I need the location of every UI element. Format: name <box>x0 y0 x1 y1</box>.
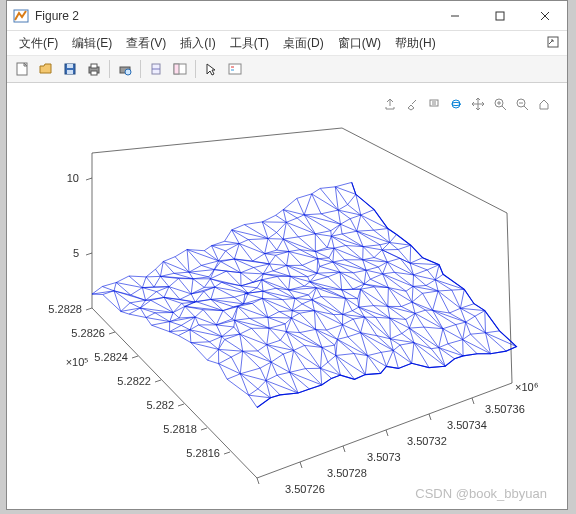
svg-rect-22 <box>430 100 438 106</box>
svg-line-46 <box>178 404 184 406</box>
x-multiplier: ×10⁶ <box>515 381 539 393</box>
y-tick: 5.2824 <box>94 351 128 363</box>
watermark: CSDN @book_bbyuan <box>415 486 547 501</box>
svg-line-54 <box>472 398 474 404</box>
matlab-figure-icon <box>13 8 29 24</box>
toolbar <box>7 55 567 83</box>
svg-rect-9 <box>67 70 73 74</box>
svg-line-48 <box>224 452 230 454</box>
brush-icon[interactable] <box>403 95 421 113</box>
svg-line-51 <box>343 446 345 452</box>
open-button[interactable] <box>35 58 57 80</box>
svg-line-44 <box>132 356 138 358</box>
svg-line-35 <box>86 178 92 180</box>
menu-edit[interactable]: 编辑(E) <box>66 33 118 54</box>
x-tick: 3.5073 <box>367 451 401 463</box>
zoom-in-icon[interactable] <box>491 95 509 113</box>
edit-plot-button[interactable] <box>169 58 191 80</box>
pan-icon[interactable] <box>469 95 487 113</box>
svg-line-28 <box>502 106 506 110</box>
svg-rect-12 <box>91 71 97 75</box>
svg-line-37 <box>92 308 257 478</box>
separator <box>140 60 141 78</box>
y-tick: 5.2826 <box>71 327 105 339</box>
plot-area: 10 5 5.2828 5.2826 5.2824 5.2822 5.282 5… <box>7 83 567 509</box>
zoom-out-icon[interactable] <box>513 95 531 113</box>
menu-tools[interactable]: 工具(T) <box>224 33 275 54</box>
menubar: 文件(F) 编辑(E) 查看(V) 插入(I) 工具(T) 桌面(D) 窗口(W… <box>7 31 567 55</box>
y-tick: 5.2818 <box>163 423 197 435</box>
svg-rect-18 <box>174 64 179 74</box>
x-tick: 3.50734 <box>447 419 487 431</box>
rotate3d-icon[interactable] <box>447 95 465 113</box>
print-preview-button[interactable] <box>114 58 136 80</box>
titlebar: Figure 2 <box>7 1 567 31</box>
x-tick: 3.50726 <box>285 483 325 495</box>
svg-line-36 <box>86 253 92 255</box>
svg-point-14 <box>125 69 131 75</box>
menu-help[interactable]: 帮助(H) <box>389 33 442 54</box>
y-tick: 5.2822 <box>117 375 151 387</box>
svg-point-25 <box>452 100 460 108</box>
y-tick: 5.2816 <box>186 447 220 459</box>
menu-insert[interactable]: 插入(I) <box>174 33 221 54</box>
close-button[interactable] <box>522 1 567 30</box>
y-tick: 5.282 <box>146 399 174 411</box>
z-tick: 5 <box>73 247 79 259</box>
minimize-button[interactable] <box>432 1 477 30</box>
svg-line-50 <box>300 462 302 468</box>
svg-rect-11 <box>91 64 97 68</box>
z-tick: 10 <box>67 172 79 184</box>
svg-line-47 <box>201 428 207 430</box>
figure-window: Figure 2 文件(F) 编辑(E) 查看(V) 插入(I) 工具(T) 桌… <box>6 0 568 510</box>
new-figure-button[interactable] <box>11 58 33 80</box>
menu-view[interactable]: 查看(V) <box>120 33 172 54</box>
menu-file[interactable]: 文件(F) <box>13 33 64 54</box>
menu-desktop[interactable]: 桌面(D) <box>277 33 330 54</box>
save-button[interactable] <box>59 58 81 80</box>
svg-rect-8 <box>67 64 73 68</box>
separator <box>109 60 110 78</box>
maximize-button[interactable] <box>477 1 522 30</box>
x-tick: 3.50736 <box>485 403 525 415</box>
svg-line-39 <box>92 128 342 153</box>
print-button[interactable] <box>83 58 105 80</box>
export-icon[interactable] <box>381 95 399 113</box>
svg-line-53 <box>429 414 431 420</box>
svg-point-26 <box>452 102 460 105</box>
datatip-icon[interactable] <box>425 95 443 113</box>
svg-line-42 <box>86 308 92 310</box>
axes-3d[interactable]: 10 5 5.2828 5.2826 5.2824 5.2822 5.282 5… <box>7 83 567 503</box>
window-title: Figure 2 <box>35 9 432 23</box>
svg-line-52 <box>386 430 388 436</box>
svg-line-43 <box>109 332 115 334</box>
svg-rect-2 <box>496 12 504 20</box>
svg-line-32 <box>524 106 528 110</box>
svg-line-45 <box>155 380 161 382</box>
separator <box>195 60 196 78</box>
svg-line-40 <box>342 128 507 213</box>
x-tick: 3.50728 <box>327 467 367 479</box>
link-button[interactable] <box>145 58 167 80</box>
cursor-button[interactable] <box>200 58 222 80</box>
y-multiplier: ×10⁵ <box>66 356 89 368</box>
y-tick: 5.2828 <box>48 303 82 315</box>
axes-toolbar <box>381 95 553 113</box>
menu-window[interactable]: 窗口(W) <box>332 33 387 54</box>
svg-line-49 <box>257 478 259 484</box>
x-tick: 3.50732 <box>407 435 447 447</box>
insert-legend-button[interactable] <box>224 58 246 80</box>
dock-icon[interactable] <box>547 36 561 50</box>
home-icon[interactable] <box>535 95 553 113</box>
svg-line-41 <box>507 213 512 383</box>
svg-rect-19 <box>229 64 241 74</box>
